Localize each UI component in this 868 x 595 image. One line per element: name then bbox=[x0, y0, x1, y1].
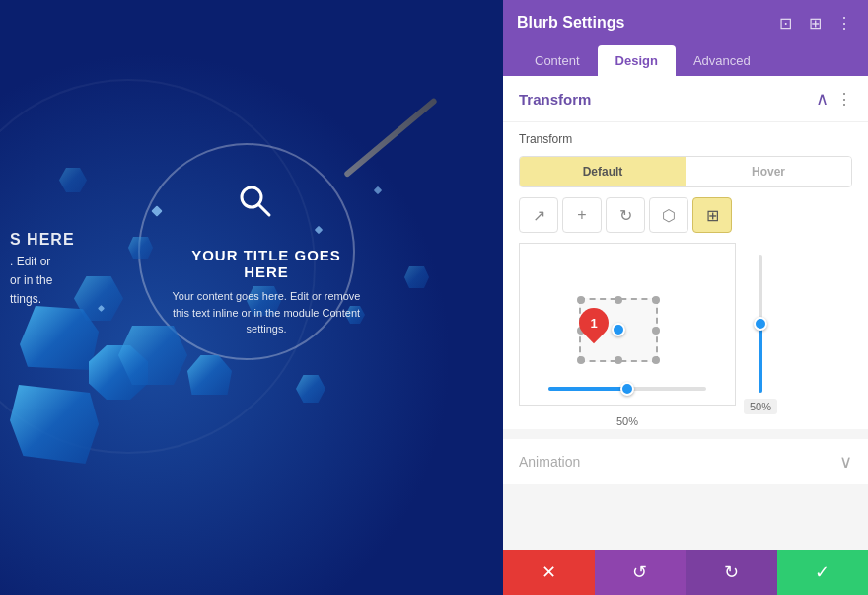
tab-advanced[interactable]: Advanced bbox=[676, 45, 768, 76]
hover-toggle-btn[interactable]: Hover bbox=[686, 157, 851, 186]
magnifier-icon bbox=[237, 183, 272, 218]
transform-scale-icon[interactable]: ⊞ bbox=[692, 197, 732, 233]
tab-design[interactable]: Design bbox=[598, 45, 676, 76]
panel-body: Transform ∧ ⋮ Transform Default Hover ↗ … bbox=[503, 76, 868, 550]
animation-expand-icon[interactable]: ∨ bbox=[839, 451, 852, 473]
more-icon[interactable]: ⋮ bbox=[834, 13, 854, 33]
canvas-center-text: YOUR TITLE GOES HERE Your content goes h… bbox=[168, 247, 365, 337]
h-slider-label: 50% bbox=[519, 411, 736, 429]
animation-section-title: Animation bbox=[519, 454, 580, 470]
resize-icon[interactable]: ⊡ bbox=[775, 13, 795, 33]
grid-icon[interactable]: ⊞ bbox=[805, 13, 825, 33]
transform-section-title: Transform bbox=[519, 91, 591, 108]
default-toggle-btn[interactable]: Default bbox=[520, 157, 686, 186]
canvas-left-text: S HERE . Edit or or in the ttings. bbox=[10, 227, 75, 309]
origin-dot[interactable] bbox=[612, 323, 625, 336]
panel-header: Blurb Settings ⊡ ⊞ ⋮ bbox=[503, 0, 868, 45]
default-hover-toggle: Default Hover bbox=[519, 156, 852, 187]
transform-icons-row: ↗ + ↻ ⬡ ⊞ bbox=[519, 197, 852, 233]
transform-canvas-container: 1 50% bbox=[519, 243, 852, 429]
header-icons: ⊡ ⊞ ⋮ bbox=[775, 13, 854, 33]
v-slider-label: 50% bbox=[744, 399, 777, 414]
transform-section: Transform ∧ ⋮ Transform Default Hover ↗ … bbox=[503, 76, 868, 429]
collapse-icon[interactable]: ∧ bbox=[816, 88, 829, 110]
transform-origin-canvas[interactable]: 1 bbox=[519, 243, 736, 406]
h-slider[interactable] bbox=[520, 387, 735, 395]
section-header-actions: ∧ ⋮ bbox=[816, 88, 852, 110]
cancel-button[interactable]: ✕ bbox=[503, 550, 595, 595]
transform-add-icon[interactable]: + bbox=[562, 197, 602, 233]
undo-button[interactable]: ↺ bbox=[595, 550, 687, 595]
transform-skew-icon[interactable]: ⬡ bbox=[649, 197, 688, 233]
transform-move-icon[interactable]: ↗ bbox=[519, 197, 558, 233]
panel-footer: ✕ ↺ ↻ ✓ bbox=[503, 550, 868, 595]
canvas-area: S HERE . Edit or or in the ttings. YOUR … bbox=[0, 0, 503, 595]
panel-title: Blurb Settings bbox=[517, 14, 624, 32]
panel-tabs: Content Design Advanced bbox=[503, 45, 868, 76]
section-more-icon[interactable]: ⋮ bbox=[836, 90, 852, 109]
settings-panel: Blurb Settings ⊡ ⊞ ⋮ Content Design Adva… bbox=[503, 0, 868, 595]
animation-section: Animation ∨ bbox=[503, 439, 868, 484]
transform-rotate-icon[interactable]: ↻ bbox=[606, 197, 645, 233]
tab-content[interactable]: Content bbox=[517, 45, 598, 76]
v-slider[interactable] bbox=[759, 255, 762, 393]
transform-sub-label: Transform bbox=[503, 122, 868, 150]
transform-section-header: Transform ∧ ⋮ bbox=[503, 76, 868, 122]
svg-line-1 bbox=[258, 204, 269, 215]
redo-button[interactable]: ↻ bbox=[686, 550, 777, 595]
confirm-button[interactable]: ✓ bbox=[777, 550, 869, 595]
v-slider-container: 50% bbox=[744, 255, 777, 417]
